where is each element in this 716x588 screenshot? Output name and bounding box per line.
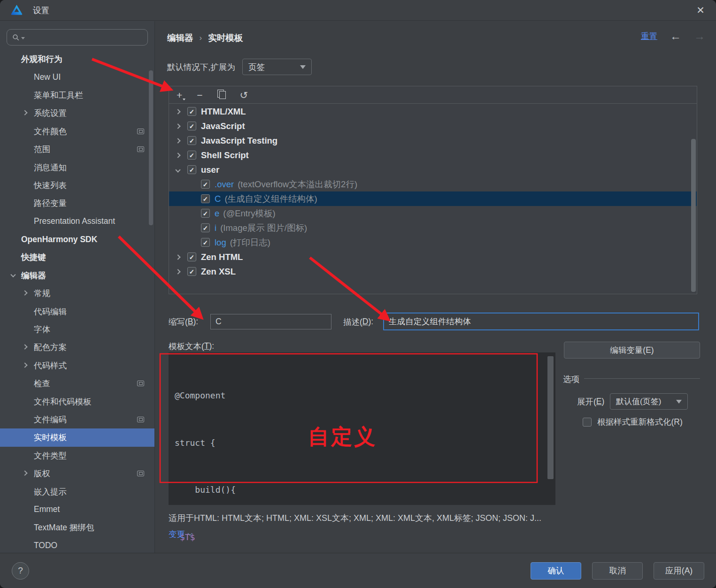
change-contexts-link[interactable]: 变更	[169, 528, 192, 540]
sidebar-item-file-encodings[interactable]: 文件编码	[0, 411, 154, 428]
tree-scrollbar[interactable]	[691, 139, 696, 292]
sidebar-item-font[interactable]: 字体	[0, 321, 154, 338]
search-input[interactable]	[7, 29, 148, 46]
checkbox-checked[interactable]: ✓	[201, 238, 210, 247]
reset-link[interactable]: 重置	[641, 31, 657, 42]
sidebar-item-menus-toolbars[interactable]: 菜单和工具栏	[0, 86, 154, 104]
edit-variables-button[interactable]: 编辑变量(E)	[564, 342, 700, 359]
chevron-down-icon[interactable]	[175, 167, 180, 172]
back-arrow-icon[interactable]: ←	[670, 31, 681, 42]
chevron-right-icon[interactable]	[175, 254, 180, 260]
add-caret-icon	[183, 99, 185, 100]
chevron-down-icon[interactable]	[10, 272, 15, 277]
sidebar-item-code-editing[interactable]: 代码编辑	[0, 302, 154, 320]
help-button[interactable]: ?	[12, 562, 29, 580]
tree-group-zen-html[interactable]: ✓Zen HTML	[169, 250, 697, 264]
close-icon[interactable]: ✕	[691, 1, 710, 20]
checkbox-checked[interactable]: ✓	[187, 122, 196, 130]
sidebar-item-notifications[interactable]: 消息通知	[0, 158, 154, 176]
sidebar-item-color-scheme[interactable]: 配色方案	[0, 338, 154, 356]
sidebar-item-textmate-bundles[interactable]: TextMate 捆绑包	[0, 519, 154, 536]
chevron-right-icon[interactable]	[175, 109, 180, 114]
add-template-button[interactable]: +	[177, 90, 182, 100]
top-nav-controls: 重置 ← →	[641, 31, 705, 42]
check-icon: ✓	[189, 253, 194, 261]
checkbox-checked[interactable]: ✓	[187, 136, 196, 145]
apply-button[interactable]: 应用(A)	[654, 562, 704, 580]
sidebar-item-todo[interactable]: TODO	[0, 537, 154, 553]
checkbox-checked[interactable]: ✓	[201, 180, 210, 189]
tree-item-over[interactable]: ✓.over(textOverflow文本溢出裁切2行)	[169, 177, 697, 191]
chevron-right-icon[interactable]	[22, 110, 27, 115]
checkbox-checked[interactable]: ✓	[201, 194, 210, 203]
sidebar-item-new-ui[interactable]: New UI	[0, 68, 154, 86]
tree-group-javascript-testing[interactable]: ✓JavaScript Testing	[169, 133, 697, 148]
sidebar-item-editor[interactable]: 编辑器	[0, 267, 154, 284]
sidebar-item-live-templates[interactable]: 实时模板	[0, 428, 154, 446]
chevron-right-icon[interactable]	[175, 153, 180, 158]
chevron-right-icon[interactable]	[175, 269, 180, 274]
checkbox-unchecked[interactable]	[583, 418, 592, 427]
template-text-editor[interactable]: @Component struct { build(){ $T$ } }	[169, 352, 555, 505]
sidebar-item-label: 快速列表	[34, 180, 67, 191]
remove-template-button[interactable]: −	[197, 90, 202, 100]
sidebar-item-code-style[interactable]: 代码样式	[0, 357, 154, 374]
tree-item-i[interactable]: ✓i(Image展示 图片/图标)	[169, 221, 697, 235]
sidebar-item-scopes[interactable]: 范围	[0, 140, 154, 158]
checkbox-checked[interactable]: ✓	[201, 223, 210, 232]
editor-scrollbar[interactable]	[547, 356, 554, 479]
checkbox-checked[interactable]: ✓	[187, 252, 196, 261]
tree-group-javascript[interactable]: ✓JavaScript	[169, 119, 697, 133]
chevron-right-icon[interactable]	[22, 362, 27, 367]
breadcrumb-editor[interactable]: 编辑器	[167, 32, 193, 44]
tree-group-html-xml[interactable]: ✓HTML/XML	[169, 104, 697, 119]
tree-item-e[interactable]: ✓e(@Entry模板)	[169, 206, 697, 221]
checkbox-checked[interactable]: ✓	[201, 209, 210, 218]
expand-with-dropdown[interactable]: 默认值(页签)	[610, 393, 688, 410]
checkbox-checked[interactable]: ✓	[187, 165, 196, 174]
sidebar-item-copyright[interactable]: 版权	[0, 465, 154, 482]
tree-item-log[interactable]: ✓log(打印日志)	[169, 235, 697, 250]
sidebar-item-file-code-templates[interactable]: 文件和代码模板	[0, 392, 154, 410]
chevron-right-icon[interactable]	[175, 138, 180, 143]
template-description: (@Entry模板)	[223, 207, 275, 219]
duplicate-template-button[interactable]	[217, 92, 225, 99]
sidebar-item-emmet[interactable]: Emmet	[0, 501, 154, 519]
sidebar-item-label: 代码样式	[34, 360, 67, 371]
settings-nav: 外观和行为 New UI 菜单和工具栏 系统设置 文件颜色 范围 消息通知 快速…	[0, 50, 154, 553]
sidebar-item-file-colors[interactable]: 文件颜色	[0, 122, 154, 140]
sidebar-item-inspections[interactable]: 检查	[0, 374, 154, 392]
checkbox-checked[interactable]: ✓	[187, 151, 196, 160]
checkbox-checked[interactable]: ✓	[187, 107, 196, 116]
tree-group-shell-script[interactable]: ✓Shell Script	[169, 148, 697, 162]
sidebar-item-system-settings[interactable]: 系统设置	[0, 104, 154, 122]
plus-icon: +	[177, 90, 182, 100]
chevron-right-icon[interactable]	[22, 471, 27, 476]
sidebar-item-keymap[interactable]: 快捷键	[0, 248, 154, 266]
search-options-caret-icon[interactable]	[21, 37, 25, 39]
sidebar-item-quick-lists[interactable]: 快速列表	[0, 176, 154, 194]
restore-defaults-button[interactable]: ↺	[240, 90, 248, 100]
chevron-right-icon[interactable]	[22, 344, 27, 350]
sidebar-item-openharmony-sdk[interactable]: OpenHarmony SDK	[0, 230, 154, 248]
sidebar-item-file-types[interactable]: 文件类型	[0, 447, 154, 465]
expand-default-dropdown[interactable]: 页签	[242, 59, 312, 75]
confirm-button[interactable]: 确认	[531, 562, 581, 580]
chevron-right-icon[interactable]	[175, 123, 180, 129]
tree-group-zen-xsl[interactable]: ✓Zen XSL	[169, 264, 697, 279]
abbreviation-input[interactable]	[210, 314, 331, 329]
tree-group-user[interactable]: ✓user	[169, 162, 697, 177]
sidebar-item-general[interactable]: 常规	[0, 284, 154, 302]
sidebar-scrollbar[interactable]	[149, 70, 153, 225]
checkbox-checked[interactable]: ✓	[187, 267, 196, 276]
project-level-icon	[137, 146, 144, 152]
sidebar-item-label: OpenHarmony SDK	[21, 235, 97, 244]
sidebar-item-inlay-hints[interactable]: 嵌入提示	[0, 482, 154, 500]
sidebar-item-path-variables[interactable]: 路径变量	[0, 194, 154, 212]
description-input[interactable]	[383, 313, 699, 330]
chevron-right-icon[interactable]	[22, 290, 27, 296]
sidebar-item-appearance-behavior[interactable]: 外观和行为	[0, 50, 154, 68]
sidebar-item-presentation-assistant[interactable]: Presentation Assistant	[0, 213, 154, 230]
tree-item-c[interactable]: ✓C(生成自定义组件结构体)	[169, 191, 697, 206]
cancel-button[interactable]: 取消	[592, 562, 643, 580]
